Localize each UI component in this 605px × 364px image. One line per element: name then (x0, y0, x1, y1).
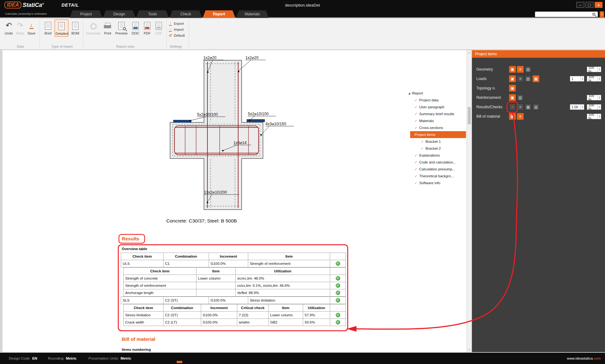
table-cell: 57.9% (303, 312, 330, 319)
search-icon[interactable] (592, 13, 595, 16)
check-icon: ✓ (415, 105, 419, 109)
grid-table-icon[interactable]: ▦ (533, 75, 539, 82)
group-label-data: Data (3, 45, 38, 48)
info-button[interactable]: i (600, 11, 604, 17)
table-header-cell (330, 304, 346, 312)
bom-button[interactable]: BOM (70, 20, 81, 35)
detailed-button[interactable]: Detailed (55, 19, 68, 37)
maximize-button[interactable]: ▢ (586, 2, 593, 8)
results-list-icon[interactable]: ≡ (509, 104, 516, 110)
table-cell: Crack width (124, 319, 163, 326)
save-button[interactable]: ↓ Save (26, 20, 36, 35)
doc-export-button[interactable]: DOC (130, 20, 141, 35)
scale-spinner[interactable]: 100 %▴▾ (587, 114, 601, 119)
table-cell: C2 (LT) (163, 319, 201, 326)
import-icon: ↓ (169, 27, 172, 32)
import-settings-button[interactable]: ↓ Import (169, 27, 184, 32)
tree-item-cross-sections[interactable]: ✓Cross-sections (406, 124, 466, 131)
status-ok-icon: ✓ (336, 276, 340, 281)
table-cell: 50.6% (303, 319, 330, 326)
drawing-view-icon[interactable]: ▣ (509, 85, 516, 92)
dxf-file-icon (156, 22, 162, 30)
scroll-up-icon[interactable]: ▴ (467, 51, 471, 54)
tree-item-report[interactable]: ◢ Report (406, 90, 466, 97)
picture-icon[interactable]: ▨ (525, 75, 532, 82)
tree-item-calculation-presumptions[interactable]: ✓Calculation presump... (406, 166, 466, 173)
picture-icon[interactable]: ▨ (533, 104, 539, 110)
minimize-button[interactable]: – (576, 2, 584, 8)
ribbon-separator (40, 20, 40, 48)
tab-check[interactable]: Check (169, 10, 202, 18)
spin-down-icon: ▾ (582, 107, 583, 109)
tab-materials[interactable]: Materials (236, 10, 269, 18)
table-cell: G100.0% (209, 297, 248, 304)
brief-button[interactable]: Brief (43, 20, 53, 35)
drawing-view-icon[interactable]: ▣ (509, 94, 516, 101)
tab-project[interactable]: Project (70, 10, 102, 18)
drawing-view-icon[interactable]: ▣ (509, 66, 516, 73)
table-cell: G100.0% (209, 260, 248, 267)
picture-icon[interactable]: ▨ (517, 94, 524, 101)
table-cell: C1 (163, 260, 209, 267)
doc-file-icon (132, 22, 139, 30)
count-spinner[interactable]: 1.00▴▾ (570, 104, 584, 110)
tree-item-code-and-calculation[interactable]: ✓Code and calculation... (406, 159, 466, 166)
table-cell: Lower column (269, 312, 303, 319)
status-ok-icon: ✓ (336, 261, 340, 266)
count-spinner[interactable]: 1▴▾ (570, 76, 584, 82)
tab-report[interactable]: Report (203, 10, 235, 18)
check-icon: ✓ (415, 112, 419, 116)
print-button[interactable]: Print (102, 20, 113, 35)
pdf-export-button[interactable]: PDF (142, 20, 153, 35)
group-label-view: Report view (84, 45, 166, 48)
tree-item-summary-brief-results[interactable]: ✓Summary brief results (406, 110, 466, 117)
bill-of-material-heading: Bill of material (122, 336, 155, 342)
drawing-view-icon[interactable]: ▣ (509, 75, 516, 82)
scale-spinner[interactable]: 100 %▴▾ (587, 67, 601, 72)
tree-item-bracket-1[interactable]: ✓Bracket 1 (406, 138, 466, 145)
generate-button[interactable]: Generate (86, 20, 101, 35)
table-list-icon[interactable]: ≡ (517, 104, 524, 110)
picture-icon[interactable]: ▨ (525, 66, 532, 73)
tab-design[interactable]: Design (103, 10, 136, 18)
default-settings-button[interactable]: ↺ Default (169, 33, 185, 38)
table-header-cell: Item (269, 304, 303, 312)
tree-item-software-info[interactable]: ✓Software info (406, 179, 466, 186)
tree-item-theoretical-background[interactable]: ✓Theoretical backgro... (406, 173, 466, 179)
redo-button[interactable]: ↷ Redo (15, 20, 25, 35)
search-input[interactable] (535, 12, 592, 17)
scale-spinner[interactable]: 100 %▴▾ (587, 95, 601, 100)
scroll-down-icon[interactable]: ▾ (467, 348, 471, 351)
panel-row-geometry: Geometry ▣ ≡ ▨ 100 %▴▾ (476, 65, 601, 74)
rebar-label: 4x3⌀10/150 (265, 122, 286, 126)
preview-button[interactable]: Preview (114, 20, 129, 35)
tree-item-project-data[interactable]: ✓Project data (406, 97, 466, 104)
tree-item-user-paragraph[interactable]: ✓User paragraph (406, 104, 466, 110)
vertical-scrollbar[interactable]: ▴ ▾ (467, 50, 472, 352)
detailed-icon (58, 22, 65, 30)
magnifier-icon (123, 27, 126, 30)
drawing-view-icon[interactable]: ▣ (509, 113, 516, 120)
scrollbar-thumb[interactable] (468, 107, 471, 124)
panel-row-results-checks: Results/Checks ≡ ≡ ▦ ▨ 1.00▴▾ 100 %▴▾ (476, 102, 601, 112)
website-link[interactable]: www.ideastatica.com (567, 356, 601, 360)
scale-spinner[interactable]: 100 %▴▾ (587, 104, 601, 110)
table-list-icon[interactable]: ≡ (517, 75, 524, 82)
undo-button[interactable]: ↶ Undo (4, 20, 14, 35)
tree-item-project-items[interactable]: Project items (410, 131, 466, 138)
table-row: Strength of concrete Lower column σc/σc,… (124, 275, 346, 282)
table-list-icon[interactable]: ≡ (517, 113, 524, 120)
grid-table-icon[interactable]: ▦ (525, 104, 532, 110)
spin-down-icon: ▾ (599, 98, 600, 99)
tab-tools[interactable]: Tools (136, 10, 169, 18)
tree-item-bracket-2[interactable]: ✓Bracket 2 (406, 145, 466, 152)
tree-item-materials[interactable]: ✓Materials (406, 117, 466, 124)
close-button[interactable]: × (595, 2, 602, 8)
scale-spinner[interactable]: 100 %▴▾ (587, 76, 601, 82)
tree-item-explanations[interactable]: ✓Explanations (406, 152, 466, 159)
dxf-export-button[interactable]: DXF (153, 20, 164, 35)
tree-expander-icon[interactable]: ◢ (408, 92, 410, 95)
table-list-icon[interactable]: ≡ (517, 66, 524, 73)
export-settings-button[interactable]: ↑ Export (169, 21, 184, 26)
design-code-status: Design Code:EN (9, 356, 37, 360)
